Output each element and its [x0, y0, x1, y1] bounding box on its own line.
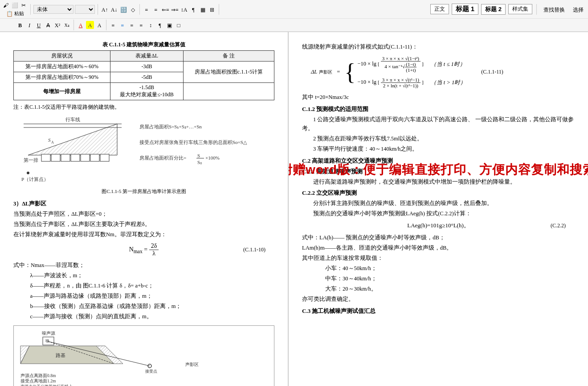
- formula-c111-label: (C.1.1-11): [481, 69, 503, 75]
- divider5: [536, 4, 537, 15]
- svg-text:S: S: [48, 137, 51, 143]
- style-h2-btn[interactable]: 标题 2: [481, 4, 506, 15]
- formula-nmax-content: Nmax = 2δ λ: [129, 242, 159, 257]
- item2: 2 预测点在距噪声等效行车线7.5ml以远处。: [302, 134, 575, 143]
- font-size-select[interactable]: [75, 5, 95, 14]
- table-row: 第一排房屋占地面积40%～60% -3dB 房屋占地面积按图c.1.1-5计算: [14, 62, 274, 72]
- legend-item-2: δ——声程差，n，由 图C.1.1-6 计算 δ，δ= a+b-c；: [13, 281, 274, 290]
- paste-icon[interactable]: 📋: [5, 9, 13, 17]
- svg-text:行车线: 行车线: [65, 117, 80, 122]
- style-h1-btn[interactable]: 标题 1: [452, 4, 479, 15]
- border2-btn[interactable]: □: [175, 21, 183, 29]
- align-right-btn[interactable]: ≡: [128, 21, 136, 29]
- svg-rect-8: [41, 154, 50, 161]
- clear-format-btn[interactable]: 🔡: [119, 5, 127, 13]
- case2-formula: −10 × lg [ 3 × π × x × √(t²−1) 2 × ln(t …: [357, 77, 423, 88]
- list-number-btn[interactable]: ≡: [152, 5, 160, 13]
- select-btn[interactable]: 选择: [570, 5, 586, 13]
- table-cell-2-1: -1.5dB最大绝对衰减量≤-10dB: [110, 83, 184, 100]
- sort-btn[interactable]: ↕A: [180, 5, 188, 13]
- font-name-select[interactable]: 未体: [33, 5, 74, 14]
- speed-medium: 中车：30～40km/h；: [325, 274, 575, 283]
- c21-text: 进行高架道路噪声预测时，在交通噪声预测模式中增加一项防撞护栏的降噪量。: [302, 177, 575, 186]
- formula-c111-block: ΔL 声影区 = { −10 × lg [ 3 × π × x × √(1−t²…: [311, 56, 575, 88]
- left-page: 表 C.1.1-5 建筑物噪声衰减量估算值 房屋状况 表减量ΔL 备 注 第一排…: [0, 32, 289, 386]
- section3-text1: 当预测点处于声照区，ΔL声影区=0；: [13, 209, 274, 218]
- divider1: [30, 4, 31, 15]
- table-row: 每增加一排房屋 -1.5dB最大绝对衰减量≤-10dB: [14, 83, 274, 100]
- formula-c22-label: (C.2.2): [551, 222, 566, 229]
- svg-rect-12: [81, 154, 90, 161]
- text-effects-btn[interactable]: ◇: [129, 5, 137, 13]
- case1: −10 × lg [ 3 × π × x × √(1−t²) 4 × tan⁻¹…: [357, 56, 466, 73]
- bold-btn[interactable]: B: [16, 21, 24, 29]
- section-c3-heading: C.3 施工机械噪声测试值汇总: [302, 307, 575, 315]
- table-cell-2-2: [183, 83, 274, 100]
- copy-icon[interactable]: ⬜: [11, 1, 19, 9]
- highlight-btn[interactable]: A: [86, 21, 94, 29]
- decrease-font-btn[interactable]: A↓: [110, 5, 118, 13]
- svg-text:S₀: S₀: [197, 160, 202, 165]
- style-normal-btn[interactable]: 正文: [430, 4, 449, 14]
- table-header-2: 备 注: [183, 51, 274, 62]
- columns-btn[interactable]: ▦: [199, 5, 207, 13]
- svg-text:×100%: ×100%: [205, 155, 220, 160]
- align-justify-btn[interactable]: ≡: [137, 21, 145, 29]
- decrease-indent-btn[interactable]: ⇐≡: [161, 5, 169, 13]
- increase-indent-btn[interactable]: ⇒≡: [171, 5, 179, 13]
- svg-rect-14: [100, 154, 109, 161]
- table-cell-0-1: -3dB: [110, 62, 184, 72]
- align-center-btn[interactable]: ≡: [118, 21, 127, 29]
- para-spacing-btn[interactable]: ¶: [156, 21, 164, 29]
- shading-btn[interactable]: ▣: [165, 21, 173, 29]
- noise-attenuation-table: 房屋状况 表减量ΔL 备 注 第一排房屋占地面积40%～60% -3dB 房屋占…: [13, 50, 274, 100]
- c22-legend1: 式中：LA(h)—— 预测点的交通噪声小时等效声级，dB；: [302, 233, 575, 242]
- cases-content: −10 × lg [ 3 × π × x × √(1−t²) 4 × tan⁻¹…: [357, 56, 466, 88]
- svg-text:第一排: 第一排: [24, 157, 38, 163]
- line-spacing-btn[interactable]: ↕: [147, 21, 155, 29]
- delta-l-label: ΔL: [311, 69, 317, 75]
- italic-btn[interactable]: I: [25, 21, 33, 29]
- table-cell-0-2: 房屋占地面积按图c.1.1-5计算: [183, 62, 274, 83]
- formula-nmax-block: Nmax = 2δ λ (C.1.1-10): [13, 242, 274, 257]
- road-cross-section-svg: 路基 噪 噪声源 接受点 声影区 声源点离路面0.8m 接受点离地面1.2m 声…: [16, 328, 265, 386]
- superscript-btn[interactable]: X²: [53, 21, 61, 29]
- section-c21-heading: C.2.1 高架道路噪声预测: [302, 168, 575, 176]
- right-page: 附赠word版：便于编辑直接打印、方便内容复制和搜索查询 线源绕射声衰减量的计算…: [289, 32, 588, 386]
- svg-text:噪: 噪: [45, 339, 49, 343]
- text-bg-btn[interactable]: A: [95, 21, 103, 29]
- legend-item-4: c——声源与接收（预测）点间的直线距离，m。: [13, 312, 274, 321]
- equals-sign: =: [337, 69, 340, 75]
- legend-item-a: a——声源与路基边缘（或路垫顶部）距离，m；: [13, 292, 274, 300]
- svg-text:路基: 路基: [56, 353, 65, 358]
- c22-legend2: LAm(h)m——各主路、匝道的交通噪声小时等效声级，dB。: [302, 243, 575, 252]
- legend-item-1: λ——声波波长，m；: [13, 271, 274, 280]
- strikethrough-btn[interactable]: A̶: [44, 21, 52, 29]
- find-replace-btn[interactable]: 查找替换: [541, 5, 568, 13]
- cut-icon[interactable]: ✂: [20, 1, 28, 9]
- format-icon[interactable]: 🖌: [2, 1, 10, 9]
- align-left-btn[interactable]: ≡: [109, 21, 117, 29]
- style-gallery-btn[interactable]: 样式集: [508, 4, 532, 14]
- list-bullet-btn[interactable]: ≡: [143, 5, 151, 13]
- svg-text:房屋占地面积S=S₁+S₂+…+Sn: 房屋占地面积S=S₁+S₂+…+Sn: [139, 124, 202, 129]
- underline-btn[interactable]: U: [35, 21, 43, 29]
- bottom-road-diagram: 路基 噪 噪声源 接受点 声影区 声源点离路面0.8m 接受点离地面1.2m 声…: [13, 325, 274, 386]
- divider6: [74, 20, 74, 30]
- legend-item-3: b——接收（预测）点至路基边缘（或路垫顶部）距离，m；: [13, 302, 274, 311]
- border-btn[interactable]: ⊞: [208, 5, 216, 13]
- speed-list: 小车：40～50km/h； 中车：30～40km/h； 大车：20～30km/h…: [325, 264, 575, 293]
- divider7: [106, 20, 106, 30]
- svg-text:噪声源: 噪声源: [42, 331, 55, 336]
- subscript-sound: 声影区: [319, 69, 332, 75]
- show-para-btn[interactable]: ¶: [189, 5, 197, 13]
- font-color-btn[interactable]: A: [77, 21, 85, 29]
- increase-font-btn[interactable]: A↑: [101, 5, 109, 13]
- subscript-btn[interactable]: X₂: [63, 21, 71, 29]
- section3-title: 3）ΔL声影区: [13, 199, 274, 208]
- figure-c115-caption: 图C.1.1-5 第一排房屋占地率计算示意图: [13, 188, 274, 195]
- case2-condition: （当 t > 1时）: [431, 79, 466, 86]
- right-intro: 线源绕射声衰减量的计算模式如式(C.1.1-11)：: [302, 42, 575, 51]
- section-c12-heading: C.1.2 预测模式的适用范围: [302, 105, 575, 113]
- main-area: 表 C.1.1-5 建筑物噪声衰减量估算值 房屋状况 表减量ΔL 备 注 第一排…: [0, 32, 588, 386]
